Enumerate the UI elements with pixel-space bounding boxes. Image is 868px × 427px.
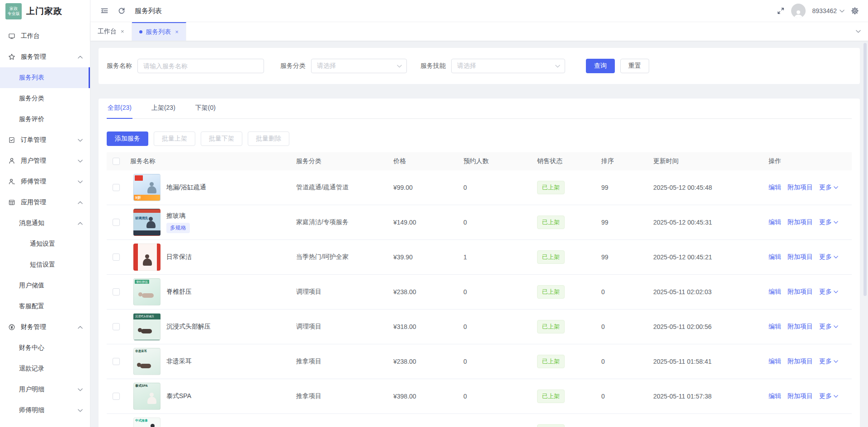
tab-service-list[interactable]: 服务列表 × bbox=[132, 22, 187, 41]
updated-time: 2025-05-11 02:00:56 bbox=[653, 323, 769, 330]
refresh-button[interactable] bbox=[118, 7, 126, 15]
service-name: 非遗采耳 bbox=[166, 357, 192, 366]
service-bookings: 0 bbox=[463, 184, 537, 191]
status-badge: 已上架 bbox=[537, 216, 565, 229]
edit-link[interactable]: 编辑 bbox=[769, 183, 781, 192]
service-name-input[interactable] bbox=[137, 59, 264, 73]
reset-button[interactable]: 重置 bbox=[620, 59, 649, 73]
tab-workbench[interactable]: 工作台 × bbox=[90, 22, 132, 41]
sidebar-item-user-details[interactable]: 用户明细 bbox=[0, 379, 90, 400]
menu-fold-icon bbox=[100, 7, 108, 15]
addon-items-link[interactable]: 附加项目 bbox=[788, 253, 813, 261]
col-updated: 更新时间 bbox=[653, 157, 769, 165]
add-service-button[interactable]: 添加服务 bbox=[107, 131, 148, 146]
page-scrollbar[interactable] bbox=[863, 43, 867, 296]
sidebar-item-service-review[interactable]: 服务评价 bbox=[0, 109, 90, 130]
sidebar-item-user-mgmt[interactable]: 用户管理 bbox=[0, 150, 90, 171]
updated-time: 2025-05-11 02:02:03 bbox=[653, 288, 769, 296]
tab-options-button[interactable] bbox=[848, 22, 868, 41]
service-row: 中式推拿 已上架 bbox=[107, 414, 852, 427]
sidebar-item-sms-settings[interactable]: 短信设置 bbox=[0, 254, 90, 275]
fullscreen-icon bbox=[777, 7, 785, 15]
sidebar-item-workbench[interactable]: 工作台 bbox=[0, 26, 90, 47]
sidebar-item-master-details[interactable]: 师傅明细 bbox=[0, 400, 90, 421]
avatar[interactable] bbox=[791, 4, 806, 18]
topbar: 服务列表 8933462 bbox=[90, 0, 868, 22]
batch-delete-button[interactable]: 批量删除 bbox=[248, 131, 289, 146]
row-checkbox[interactable] bbox=[113, 393, 120, 400]
refresh-icon bbox=[118, 7, 126, 15]
query-button[interactable]: 查询 bbox=[586, 59, 615, 73]
more-link[interactable]: 更多 bbox=[819, 183, 838, 192]
row-checkbox[interactable] bbox=[113, 253, 120, 261]
sidebar-item-service-category[interactable]: 服务分类 bbox=[0, 88, 90, 109]
person-silhouette bbox=[142, 293, 154, 298]
row-checkbox[interactable] bbox=[113, 184, 120, 191]
more-link[interactable]: 更多 bbox=[819, 323, 838, 331]
close-icon[interactable]: × bbox=[121, 28, 124, 35]
status-tab-on[interactable]: 上架(23) bbox=[151, 99, 176, 118]
row-checkbox[interactable] bbox=[113, 358, 120, 365]
more-link[interactable]: 更多 bbox=[819, 288, 838, 296]
more-link[interactable]: 更多 bbox=[819, 392, 838, 400]
service-table: 服务名称 服务分类 价格 预约人数 销售状态 排序 更新时间 操作 bbox=[107, 152, 852, 427]
edit-link[interactable]: 编辑 bbox=[769, 288, 781, 296]
more-link[interactable]: 更多 bbox=[819, 253, 838, 261]
addon-items-link[interactable]: 附加项目 bbox=[788, 392, 813, 400]
row-checkbox[interactable] bbox=[113, 323, 120, 330]
service-price: ¥238.00 bbox=[393, 288, 463, 296]
row-checkbox[interactable] bbox=[113, 219, 120, 226]
sidebar-item-decor-mgmt[interactable]: 装修管理 bbox=[0, 421, 90, 427]
sidebar-item-service-list[interactable]: 服务列表 bbox=[0, 67, 90, 88]
select-all-checkbox[interactable] bbox=[113, 158, 120, 165]
sidebar-item-order-mgmt[interactable]: 订单管理 bbox=[0, 130, 90, 150]
status-badge: 已上架 bbox=[537, 250, 565, 264]
collapse-sidebar-button[interactable] bbox=[100, 7, 108, 15]
sidebar-item-notice-settings[interactable]: 通知设置 bbox=[0, 234, 90, 254]
service-skill-select[interactable]: 请选择 bbox=[451, 59, 565, 73]
status-tab-off[interactable]: 下架(0) bbox=[194, 99, 217, 118]
sidebar-item-refund-records[interactable]: 退款记录 bbox=[0, 358, 90, 379]
more-link[interactable]: 更多 bbox=[819, 218, 838, 226]
service-thumbnail: 非遗采耳 bbox=[133, 348, 160, 375]
status-tab-all[interactable]: 全部(23) bbox=[107, 99, 132, 119]
edit-link[interactable]: 编辑 bbox=[769, 218, 781, 226]
sidebar-item-service-mgmt[interactable]: 服务管理 bbox=[0, 47, 90, 67]
batch-on-button[interactable]: 批量上架 bbox=[154, 131, 195, 146]
edit-link[interactable]: 编辑 bbox=[769, 357, 781, 366]
sidebar-item-finance-center[interactable]: 财务中心 bbox=[0, 338, 90, 358]
sidebar-item-customer-service-config[interactable]: 客服配置 bbox=[0, 296, 90, 317]
service-category-select[interactable]: 请选择 bbox=[311, 59, 407, 73]
row-checkbox[interactable] bbox=[113, 288, 120, 296]
service-thumbnail: 沉浸式头部减压 bbox=[133, 313, 160, 340]
user-menu[interactable]: 8933462 bbox=[812, 7, 844, 14]
addon-items-link[interactable]: 附加项目 bbox=[788, 288, 813, 296]
addon-items-link[interactable]: 附加项目 bbox=[788, 183, 813, 192]
service-thumbnail: 中式推拿 bbox=[133, 418, 160, 427]
close-icon[interactable]: × bbox=[175, 28, 179, 35]
col-category: 服务分类 bbox=[296, 157, 393, 165]
edit-link[interactable]: 编辑 bbox=[769, 392, 781, 400]
addon-items-link[interactable]: 附加项目 bbox=[788, 357, 813, 366]
chevron-down-icon bbox=[840, 9, 844, 13]
sidebar-item-message-notice[interactable]: 消息通知 bbox=[0, 213, 90, 234]
sidebar-item-app-mgmt[interactable]: 应用管理 bbox=[0, 192, 90, 213]
service-name: 地漏/浴缸疏通 bbox=[166, 183, 206, 192]
monitor-icon bbox=[8, 33, 15, 40]
chevron-up-icon bbox=[78, 201, 83, 204]
settings-button[interactable] bbox=[851, 7, 859, 15]
service-price: ¥398.00 bbox=[393, 393, 463, 400]
more-link[interactable]: 更多 bbox=[819, 357, 838, 366]
addon-items-link[interactable]: 附加项目 bbox=[788, 323, 813, 331]
sidebar-item-master-mgmt[interactable]: 师傅管理 bbox=[0, 171, 90, 192]
addon-items-link[interactable]: 附加项目 bbox=[788, 218, 813, 226]
service-category: 推拿项目 bbox=[296, 357, 393, 366]
batch-off-button[interactable]: 批量下架 bbox=[201, 131, 242, 146]
edit-link[interactable]: 编辑 bbox=[769, 253, 781, 261]
fullscreen-button[interactable] bbox=[777, 7, 785, 15]
sidebar-item-finance-mgmt[interactable]: 财务管理 bbox=[0, 317, 90, 338]
col-bookings: 预约人数 bbox=[463, 157, 537, 165]
edit-link[interactable]: 编辑 bbox=[769, 323, 781, 331]
service-thumbnail bbox=[133, 244, 160, 271]
sidebar-item-user-stored-value[interactable]: 用户储值 bbox=[0, 275, 90, 296]
